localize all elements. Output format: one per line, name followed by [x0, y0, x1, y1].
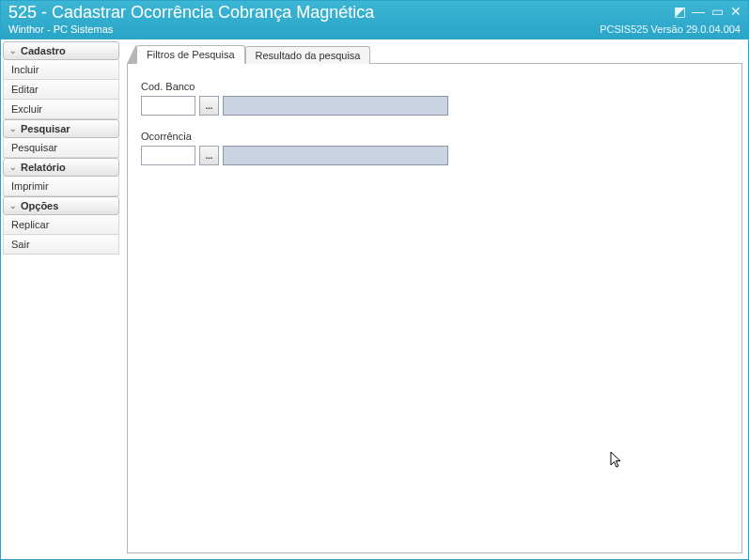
tab-resultado-pesquisa[interactable]: Resultado da pesquisa: [245, 46, 371, 64]
restore-icon[interactable]: ◩: [673, 5, 686, 18]
menu-pesquisar[interactable]: Pesquisar: [3, 138, 119, 158]
group-label: Opções: [21, 200, 58, 211]
tab-panel-filtros: Cod. Banco ... Ocorrência ...: [127, 64, 742, 553]
field-cod-banco: Cod. Banco ...: [141, 81, 728, 116]
row-ocorrencia: ...: [141, 146, 728, 165]
lookup-cod-banco[interactable]: ...: [199, 96, 219, 116]
group-label: Cadastro: [21, 45, 66, 56]
input-cod-banco[interactable]: [141, 96, 195, 116]
row-cod-banco: ...: [141, 96, 728, 116]
tab-strip: Filtros de Pesquisa Resultado da pesquis…: [127, 43, 742, 64]
content-area: ⌄ Cadastro Incluir Editar Excluir ⌄ Pesq…: [1, 39, 748, 559]
lookup-ocorrencia[interactable]: ...: [199, 146, 219, 165]
tab-filtros-pesquisa[interactable]: Filtros de Pesquisa: [136, 45, 245, 64]
label-cod-banco: Cod. Banco: [141, 81, 728, 92]
menu-incluir[interactable]: Incluir: [3, 60, 119, 80]
menu-editar[interactable]: Editar: [3, 80, 119, 100]
chevron-down-icon: ⌄: [9, 163, 17, 172]
menu-imprimir[interactable]: Imprimir: [3, 177, 119, 196]
chevron-down-icon: ⌄: [9, 46, 17, 55]
app-window: 525 - Cadastrar Ocorrência Cobrança Magn…: [0, 0, 749, 560]
menu-sair[interactable]: Sair: [3, 235, 119, 255]
maximize-icon[interactable]: ▭: [710, 5, 724, 18]
window-controls: ◩ — ▭ ✕: [673, 5, 742, 18]
titlebar: 525 - Cadastrar Ocorrência Cobrança Magn…: [1, 1, 748, 39]
desc-cod-banco: [223, 96, 448, 116]
label-ocorrencia: Ocorrência: [141, 131, 728, 142]
tab-decoration: [127, 44, 136, 64]
chevron-down-icon: ⌄: [9, 201, 17, 210]
chevron-down-icon: ⌄: [9, 124, 17, 133]
menu-replicar[interactable]: Replicar: [3, 215, 119, 235]
close-icon[interactable]: ✕: [729, 5, 742, 18]
group-label: Relatório: [21, 162, 66, 173]
field-ocorrencia: Ocorrência ...: [141, 131, 728, 165]
main-panel: Filtros de Pesquisa Resultado da pesquis…: [121, 39, 748, 559]
menu-excluir[interactable]: Excluir: [3, 100, 119, 119]
minimize-icon[interactable]: —: [692, 5, 705, 18]
desc-ocorrencia: [223, 146, 448, 165]
group-label: Pesquisar: [21, 123, 70, 134]
app-version: PCSIS525 Versão 29.0.04.004: [600, 23, 741, 35]
input-ocorrencia[interactable]: [141, 146, 195, 165]
group-header-relatorio[interactable]: ⌄ Relatório: [3, 158, 119, 177]
window-title: 525 - Cadastrar Ocorrência Cobrança Magn…: [8, 3, 741, 23]
group-header-cadastro[interactable]: ⌄ Cadastro: [3, 41, 119, 60]
group-header-opcoes[interactable]: ⌄ Opções: [3, 196, 119, 215]
group-header-pesquisar[interactable]: ⌄ Pesquisar: [3, 119, 119, 138]
sidebar: ⌄ Cadastro Incluir Editar Excluir ⌄ Pesq…: [1, 39, 121, 559]
